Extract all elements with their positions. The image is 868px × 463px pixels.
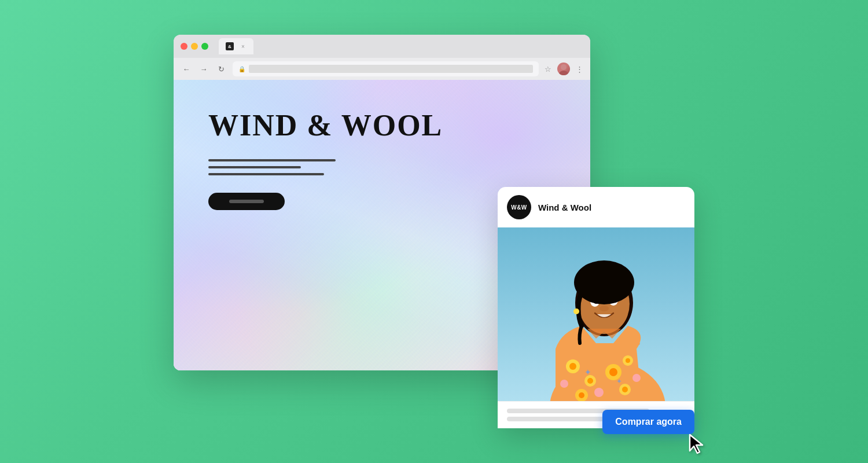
footer-line-2 bbox=[507, 417, 614, 421]
comprar-agora-button[interactable]: Comprar agora bbox=[602, 410, 694, 434]
svg-point-6 bbox=[569, 363, 576, 370]
svg-point-12 bbox=[626, 358, 630, 363]
tab-favicon-icon: & bbox=[226, 42, 234, 50]
svg-point-10 bbox=[609, 368, 617, 376]
svg-point-16 bbox=[622, 387, 628, 392]
svg-point-19 bbox=[594, 388, 604, 397]
fullscreen-traffic-light[interactable] bbox=[201, 43, 208, 50]
svg-point-18 bbox=[632, 374, 641, 382]
more-options-icon[interactable]: ⋮ bbox=[576, 65, 583, 74]
back-button[interactable]: ← bbox=[181, 63, 192, 75]
brand-avatar: W&W bbox=[507, 195, 531, 219]
social-card-image: ✦ ✦ bbox=[498, 227, 694, 401]
browser-toolbar: ← → ↻ 🔒 ☆ ⋮ bbox=[174, 58, 590, 80]
browser-titlebar: & × bbox=[174, 35, 590, 58]
browser-tab[interactable]: & × bbox=[219, 38, 253, 54]
svg-point-32 bbox=[599, 306, 609, 311]
svg-point-1 bbox=[559, 71, 568, 75]
close-traffic-light[interactable] bbox=[181, 43, 187, 50]
address-text bbox=[249, 65, 533, 73]
address-bar[interactable]: 🔒 bbox=[233, 61, 539, 76]
subtitle-line-2 bbox=[208, 166, 301, 168]
brand-name: Wind & Wool bbox=[538, 203, 591, 212]
website-title: WIND & WOOL bbox=[208, 109, 556, 142]
svg-point-0 bbox=[561, 64, 567, 70]
website-subtitle-lines bbox=[208, 159, 556, 175]
svg-point-33 bbox=[574, 260, 634, 304]
traffic-lights bbox=[181, 43, 208, 50]
subtitle-line-1 bbox=[208, 159, 336, 161]
cta-button-label-bar bbox=[229, 200, 264, 203]
lock-icon: 🔒 bbox=[238, 66, 245, 72]
svg-text:✦: ✦ bbox=[616, 377, 622, 385]
social-card: W&W Wind & Wool bbox=[498, 187, 694, 428]
social-card-header: W&W Wind & Wool bbox=[498, 187, 694, 227]
user-avatar[interactable] bbox=[557, 63, 570, 75]
person-illustration: ✦ ✦ bbox=[498, 227, 694, 401]
svg-point-8 bbox=[587, 378, 593, 384]
tab-area: & × bbox=[219, 38, 253, 54]
forward-button[interactable]: → bbox=[198, 63, 209, 75]
svg-point-14 bbox=[579, 392, 584, 398]
svg-point-17 bbox=[560, 380, 568, 388]
cursor-icon bbox=[687, 433, 706, 454]
refresh-button[interactable]: ↻ bbox=[215, 63, 227, 75]
minimize-traffic-light[interactable] bbox=[191, 43, 198, 50]
svg-text:✦: ✦ bbox=[584, 368, 591, 377]
bookmark-icon[interactable]: ☆ bbox=[545, 65, 551, 74]
svg-point-34 bbox=[573, 308, 579, 314]
website-cta-button[interactable] bbox=[208, 193, 285, 210]
toolbar-right: ☆ ⋮ bbox=[545, 63, 583, 75]
subtitle-line-3 bbox=[208, 173, 324, 175]
tab-close-icon[interactable]: × bbox=[240, 43, 247, 50]
scene: & × ← → ↻ 🔒 ☆ ⋮ bbox=[174, 35, 694, 428]
